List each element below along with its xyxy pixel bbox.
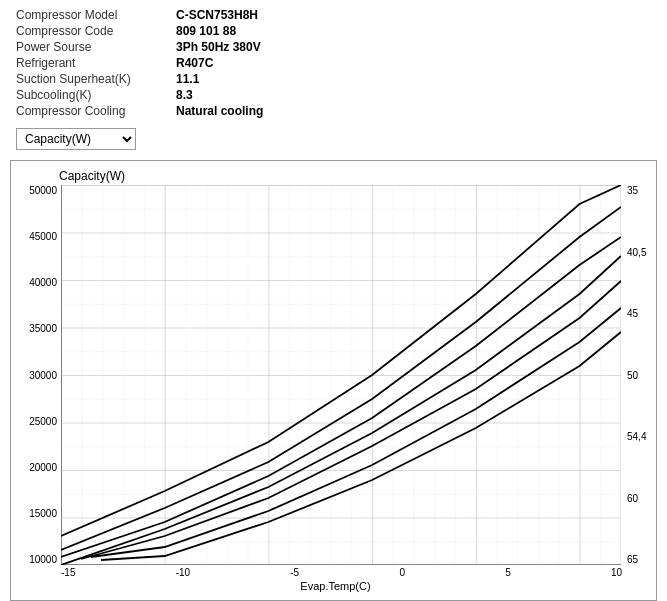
value-power-source: 3Ph 50Hz 380V (176, 40, 261, 54)
value-compressor-cooling: Natural cooling (176, 104, 263, 118)
value-refrigerant: R407C (176, 56, 213, 70)
info-row-code: Compressor Code 809 101 88 (16, 24, 651, 38)
right-labels: 35 40,5 45 50 54,4 60 65 (624, 185, 652, 565)
label-refrigerant: Refrigerant (16, 56, 176, 70)
value-compressor-model: C-SCN753H8H (176, 8, 258, 22)
chart-area: 50000 45000 40000 35000 30000 25000 2000… (19, 185, 652, 565)
info-row-refrigerant: Refrigerant R407C (16, 56, 651, 70)
label-compressor-cooling: Compressor Cooling (16, 104, 176, 118)
chart-svg-wrapper (61, 185, 624, 565)
x-axis-labels: -15 -10 -5 0 5 10 (61, 567, 622, 578)
info-row-cooling: Compressor Cooling Natural cooling (16, 104, 651, 118)
value-subcooling: 8.3 (176, 88, 193, 102)
dropdown-row[interactable]: Capacity(W) Power Input(W) COP (0, 124, 667, 156)
info-row-power: Power Sourse 3Ph 50Hz 380V (16, 40, 651, 54)
label-compressor-code: Compressor Code (16, 24, 176, 38)
x-axis-title: Evap.Temp(C) (19, 580, 652, 592)
label-compressor-model: Compressor Model (16, 8, 176, 22)
chart-type-select[interactable]: Capacity(W) Power Input(W) COP (16, 128, 136, 150)
value-suction-superheat: 11.1 (176, 72, 199, 86)
label-subcooling: Subcooling(K) (16, 88, 176, 102)
chart-svg (61, 185, 621, 565)
info-row-superheat: Suction Superheat(K) 11.1 (16, 72, 651, 86)
info-table: Compressor Model C-SCN753H8H Compressor … (0, 0, 667, 124)
value-compressor-code: 809 101 88 (176, 24, 236, 38)
chart-container: Capacity(W) 50000 45000 40000 35000 3000… (10, 160, 657, 601)
y-axis-labels: 50000 45000 40000 35000 30000 25000 2000… (19, 185, 61, 565)
label-suction-superheat: Suction Superheat(K) (16, 72, 176, 86)
chart-title: Capacity(W) (59, 169, 652, 183)
info-row-model: Compressor Model C-SCN753H8H (16, 8, 651, 22)
label-power-source: Power Sourse (16, 40, 176, 54)
info-row-subcooling: Subcooling(K) 8.3 (16, 88, 651, 102)
